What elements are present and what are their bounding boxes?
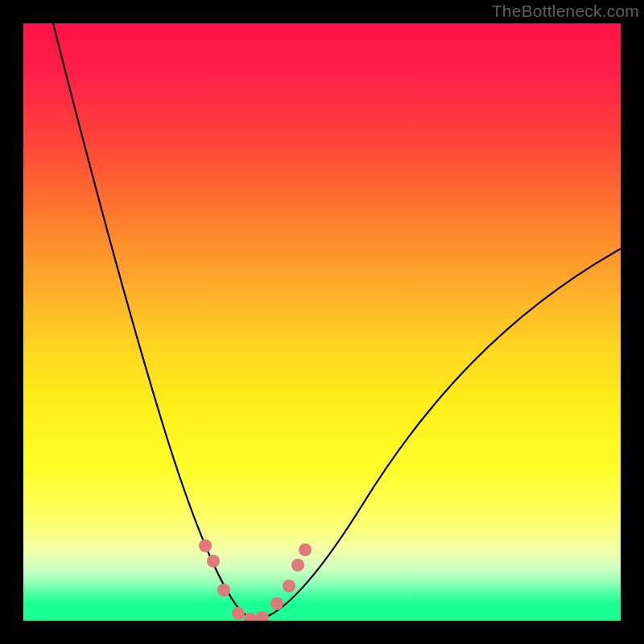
chart-plot-area: [23, 23, 621, 621]
svg-point-4: [244, 613, 257, 621]
svg-point-9: [299, 543, 312, 556]
bottleneck-curve-svg: [23, 23, 621, 621]
svg-point-6: [270, 597, 283, 610]
svg-point-0: [199, 539, 212, 552]
svg-point-1: [207, 555, 220, 568]
svg-point-2: [217, 584, 230, 597]
watermark-text: TheBottleneck.com: [492, 2, 639, 21]
svg-point-8: [291, 559, 304, 572]
valley-marker-dots: [199, 539, 312, 621]
bottleneck-curve-path: [53, 23, 621, 618]
svg-point-5: [256, 611, 269, 621]
svg-point-7: [283, 580, 295, 592]
svg-point-3: [232, 607, 245, 620]
